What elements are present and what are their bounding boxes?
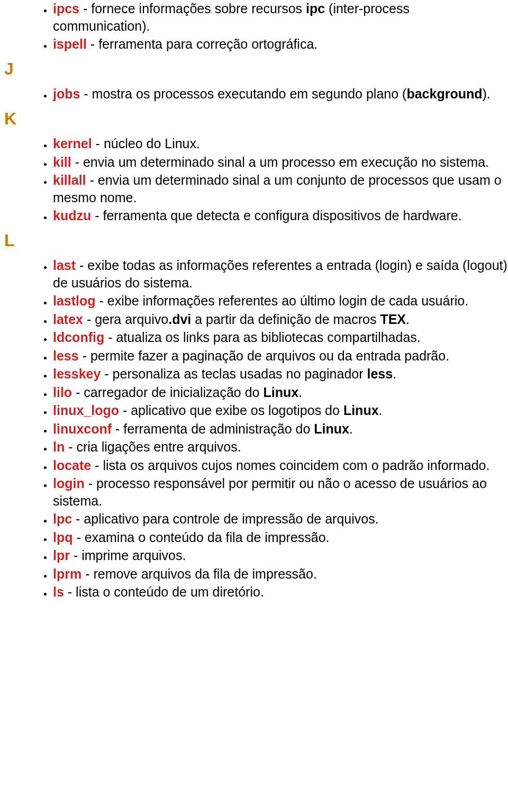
list-i-continued: ipcs - fornece informações sobre recurso… bbox=[0, 0, 508, 53]
list-j: jobs - mostra os processos executando em… bbox=[0, 85, 508, 103]
list-item: lilo - carregador de inicialização do Li… bbox=[53, 384, 508, 401]
list-item: ldconfig - atualiza os links para as bib… bbox=[53, 329, 508, 346]
term: lprm bbox=[53, 566, 81, 581]
list-l: last - exibe todas as informações refere… bbox=[0, 257, 508, 601]
bold-text: Linux bbox=[263, 385, 298, 400]
term: lpq bbox=[53, 530, 73, 545]
list-item: killall - envia um determinado sinal a u… bbox=[53, 172, 508, 206]
bold-text: ipc bbox=[306, 1, 325, 16]
term: lpr bbox=[53, 548, 70, 563]
list-item: less - permite fazer a paginação de arqu… bbox=[53, 347, 508, 365]
list-item: lpr - imprime arquivos. bbox=[53, 547, 508, 564]
term: jobs bbox=[53, 86, 80, 101]
term: lpc bbox=[53, 511, 72, 526]
list-item: lastlog - exibe informações referentes a… bbox=[53, 292, 508, 310]
term: kernel bbox=[53, 136, 92, 151]
list-k: kernel - núcleo do Linux.kill - envia um… bbox=[0, 135, 508, 224]
term: ls bbox=[53, 584, 64, 599]
list-item: locate - lista os arquivos cujos nomes c… bbox=[53, 457, 508, 474]
section-heading-j: J bbox=[4, 58, 508, 80]
list-item: kudzu - ferramenta que detecta e configu… bbox=[53, 207, 508, 224]
term: ln bbox=[53, 439, 65, 454]
term: kudzu bbox=[53, 208, 91, 223]
term: linuxconf bbox=[53, 421, 112, 436]
term: lilo bbox=[53, 385, 72, 400]
term: kill bbox=[53, 155, 71, 169]
list-item: kill - envia um determinado sinal a um p… bbox=[53, 154, 508, 171]
list-item: lesskey - personaliza as teclas usadas n… bbox=[53, 365, 508, 383]
list-item: last - exibe todas as informações refere… bbox=[53, 257, 508, 291]
term: locate bbox=[53, 458, 91, 473]
term: login bbox=[53, 476, 85, 491]
list-item: latex - gera arquivo.dvi a partir da def… bbox=[53, 311, 508, 328]
term: lastlog bbox=[53, 293, 96, 308]
bold-text: TEX bbox=[380, 312, 406, 327]
bold-text: .dvi bbox=[168, 312, 191, 327]
list-item: ls - lista o conteúdo de um diretório. bbox=[53, 583, 508, 601]
term: linux_logo bbox=[53, 403, 119, 418]
section-heading-l: L bbox=[4, 230, 508, 252]
section-heading-k: K bbox=[4, 108, 508, 130]
list-item: kernel - núcleo do Linux. bbox=[53, 135, 508, 152]
bold-text: Linux bbox=[343, 403, 379, 418]
term: ispell bbox=[53, 37, 87, 51]
list-item: lpc - aplicativo para controle de impres… bbox=[53, 510, 508, 528]
bold-text: less bbox=[367, 366, 393, 381]
term: killall bbox=[53, 173, 86, 187]
bold-text: background bbox=[406, 86, 482, 101]
list-item: lprm - remove arquivos da fila de impres… bbox=[53, 565, 508, 583]
term: latex bbox=[53, 312, 83, 327]
term: last bbox=[53, 258, 76, 273]
list-item: linux_logo - aplicativo que exibe os log… bbox=[53, 402, 508, 419]
list-item: ln - cria ligações entre arquivos. bbox=[53, 438, 508, 456]
bold-text: Linux bbox=[314, 421, 349, 436]
list-item: jobs - mostra os processos executando em… bbox=[53, 85, 508, 103]
term: lesskey bbox=[53, 366, 101, 381]
list-item: ipcs - fornece informações sobre recurso… bbox=[53, 0, 508, 34]
term: ipcs bbox=[53, 1, 79, 16]
list-item: ispell - ferramenta para correção ortogr… bbox=[53, 35, 508, 53]
term: less bbox=[53, 348, 79, 363]
list-item: lpq - examina o conteúdo da fila de impr… bbox=[53, 529, 508, 546]
list-item: linuxconf - ferramenta de administração … bbox=[53, 420, 508, 438]
list-item: login - processo responsável por permiti… bbox=[53, 475, 508, 509]
term: ldconfig bbox=[53, 330, 104, 345]
